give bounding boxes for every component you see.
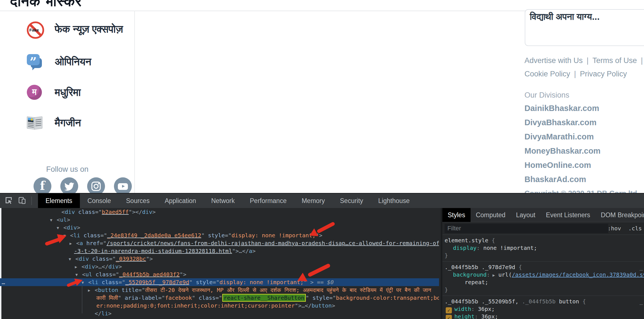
device-toolbar-icon[interactable] [18, 196, 26, 206]
code-token [98, 279, 102, 286]
sidebar-item-madhurima[interactable]: म मधुरिमा [27, 85, 81, 100]
dom-node[interactable]: <div class="b2aed5ff"></div> [0, 208, 439, 216]
code-token: =" [216, 294, 222, 301]
devtools-tab-security[interactable]: Security [332, 194, 371, 208]
pseudo-button-cls[interactable]: .cls [628, 225, 642, 232]
code-token: "> [180, 271, 186, 278]
expand-arrow-closed-icon[interactable]: ▶ [70, 240, 76, 247]
code-token: < [88, 279, 92, 286]
code-token: … [306, 318, 310, 319]
footer-link[interactable]: Terms of Use [593, 56, 637, 65]
dom-node[interactable]: ▼<li class="_24e83f49 _2da8de0a e54ee612… [0, 231, 439, 239]
dom-node[interactable]: ▼<div> [0, 224, 439, 231]
code-token: < [95, 287, 98, 293]
dom-node[interactable]: </li> [0, 310, 439, 317]
css-property[interactable]: display: none !important; [445, 244, 644, 252]
dom-node[interactable]: ▼<ul class="_044f5b5b aed403f2"> [0, 270, 439, 278]
code-token: =" [225, 232, 232, 239]
code-token: > [67, 216, 70, 223]
css-property[interactable]: background: ▶ url(/assets/images/faceboo… [445, 271, 644, 279]
code-token: == $0 [314, 279, 334, 286]
styles-tab-computed[interactable]: Computed [471, 208, 511, 222]
css-property[interactable]: ✓width: 36px; [445, 305, 644, 313]
dom-node[interactable]: ▼<ul> [0, 216, 439, 224]
code-token: "> [316, 232, 322, 239]
devtools-tab-console[interactable]: Console [80, 194, 118, 208]
code-token: " [185, 318, 192, 319]
expand-arrow-open-icon[interactable]: ▼ [82, 279, 88, 286]
stylesheet-source-hint[interactable]: _ [640, 264, 643, 270]
css-property[interactable]: ✓height: 36px; [445, 313, 644, 319]
link-separator: | [641, 56, 643, 65]
devtools-tab-performance[interactable]: Performance [242, 194, 294, 208]
expand-arrow-open-icon[interactable]: ▼ [75, 271, 82, 279]
styles-tab-dom-breakpoints[interactable]: DOM Breakpoints [595, 208, 644, 222]
css-rule[interactable]: element.style {display: none !important;… [442, 235, 644, 262]
twitter-icon[interactable] [60, 177, 78, 195]
division-link[interactable]: DivyaMarathi.com [524, 132, 594, 141]
devtools-tab-elements[interactable]: Elements [38, 194, 80, 208]
code-token: =" [100, 232, 107, 239]
code-token: =" [158, 294, 165, 301]
expand-arrow-open-icon[interactable]: ▼ [69, 255, 75, 263]
devtools-tab-memory[interactable]: Memory [294, 194, 332, 208]
division-link[interactable]: DivyaBhaskar.com [524, 118, 597, 127]
stylesheet-source-hint[interactable]: _ [640, 298, 643, 305]
division-link[interactable]: BhaskarAd.com [524, 175, 586, 184]
code-token: < [70, 232, 73, 239]
footer-link[interactable]: Advertise with Us [524, 56, 583, 65]
dom-node[interactable]: ▶<a href="/sports/cricket/news/fans-from… [0, 239, 439, 247]
dom-node-selected[interactable]: …▼<li class="_55209b5f _978d7e9d" style=… [0, 278, 439, 286]
code-token: कारी मिली [96, 294, 118, 301]
resource-link[interactable]: /assets/images/facebook_icon.37839a0d.sv… [512, 271, 644, 278]
pseudo-button-hov[interactable]: :hov [608, 225, 621, 232]
expand-arrow-open-icon[interactable]: ▼ [63, 232, 70, 240]
dom-node[interactable]: कारी मिली" aria-label="facebook" class="… [0, 294, 439, 302]
devtools-tab-sources[interactable]: Sources [118, 194, 157, 208]
styles-filter-input[interactable] [445, 224, 608, 233]
footer-link[interactable]: Cookie Policy [524, 70, 570, 78]
css-rule[interactable]: _._044f5b5b ._55209b5f, ._044f5b5b butto… [442, 296, 644, 319]
styles-tab-layout[interactable]: Layout [511, 208, 541, 222]
inspect-element-icon[interactable] [4, 196, 13, 206]
devtools-tab-lighthouse[interactable]: Lighthouse [371, 194, 417, 208]
code-token: " [189, 279, 196, 286]
expand-arrow-closed-icon[interactable]: ▶ [81, 318, 88, 319]
code-token: < [57, 216, 60, 223]
dom-node[interactable]: ▶<div>…</div> [0, 263, 439, 270]
css-property[interactable]: repeat; [445, 279, 644, 286]
widget-headline[interactable]: विद्याथी अपना याग्य... [530, 11, 600, 22]
property-enabled-checkbox[interactable]: ✓ [446, 307, 452, 313]
code-token: class [78, 209, 95, 215]
css-rule[interactable]: _._044f5b5b ._978d7e9d {background: ▶ ur… [442, 262, 644, 296]
sidebar-item-magazine[interactable]: मैगजीन [27, 115, 81, 131]
dom-node[interactable]: er:none;padding:0;font:inherit;color:inh… [0, 302, 439, 310]
instagram-icon[interactable] [87, 177, 105, 195]
code-token: -3-t-20-in-narendra-modi-stadium-1283281… [74, 248, 232, 254]
code-token: a [80, 240, 83, 246]
dom-node[interactable]: ▼<div class="_039328bc"> [0, 255, 439, 263]
expand-arrow-closed-icon[interactable]: ▶ [75, 263, 82, 271]
division-link[interactable]: HomeOnline.com [524, 161, 591, 170]
styles-tab-event-listeners[interactable]: Event Listeners [541, 208, 596, 222]
footer-link[interactable]: Privacy Policy [580, 70, 627, 78]
division-link[interactable]: DainikBhaskar.com [524, 104, 599, 113]
division-link[interactable]: MoneyBhaskar.com [524, 146, 600, 156]
devtools-tab-application[interactable]: Application [157, 194, 204, 208]
code-token: li [101, 310, 108, 317]
expand-arrow-open-icon[interactable]: ▼ [57, 224, 63, 232]
sidebar-item-opinion[interactable]: ” ओपिनियन [27, 54, 91, 70]
styles-tab-styles[interactable]: Styles [442, 208, 471, 222]
devtools-tab-network[interactable]: Network [204, 194, 242, 208]
dom-node[interactable]: ▶<button title="तीसरा टी-20 देखने राजस्थ… [0, 286, 439, 294]
facebook-icon[interactable]: f [34, 177, 51, 195]
site-logo[interactable]: दैनिक भास्कर [10, 0, 82, 10]
youtube-icon[interactable] [114, 177, 132, 195]
dom-node[interactable]: ▶<li class="_55209b5f fd7bcd8c" style="d… [0, 317, 439, 319]
expand-arrow-open-icon[interactable]: ▼ [50, 216, 57, 224]
property-enabled-checkbox[interactable]: ✓ [446, 315, 452, 319]
expand-arrow-closed-icon[interactable]: ▶ [88, 286, 95, 294]
code-token: style [192, 318, 209, 319]
dom-node[interactable]: -3-t-20-in-narendra-modi-stadium-1283281… [0, 247, 439, 255]
sidebar-item-fake-news[interactable]: Fake फेक न्यूज़ एक्सपोज़ [27, 21, 123, 37]
